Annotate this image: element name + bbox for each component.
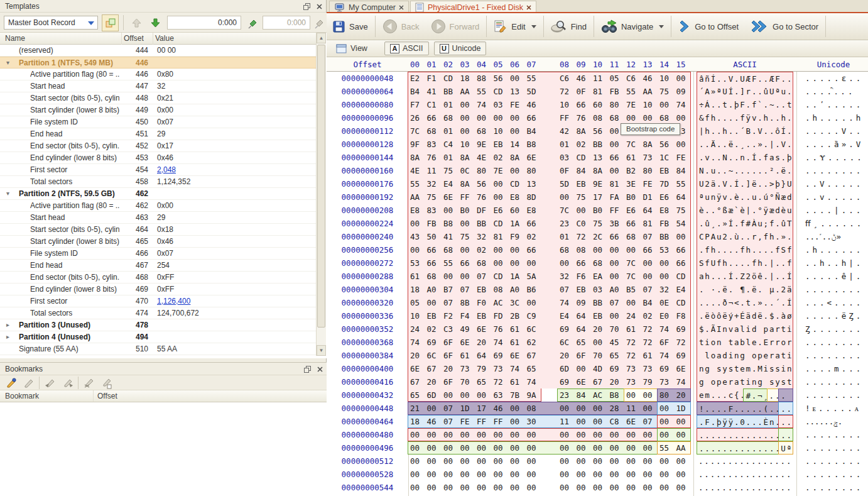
hex-byte[interactable]: 23 [560,219,575,228]
close-panel-icon[interactable] [315,365,324,373]
hex-byte[interactable]: 00 [643,456,658,466]
hex-byte[interactable]: 55 [659,443,675,453]
template-row[interactable]: End sector (bits 0-5), cylin...4680xFF [0,272,316,284]
hex-byte[interactable]: 5D [560,179,575,189]
hex-byte[interactable]: C9 [527,311,542,321]
hex-byte[interactable]: 74 [676,377,692,387]
hex-byte[interactable]: 00 [643,113,658,123]
hex-byte[interactable]: 68 [659,113,675,123]
hex-byte[interactable]: 1A [510,219,525,228]
close-panel-icon[interactable] [315,2,323,11]
hex-byte[interactable]: 00 [510,470,525,479]
template-row[interactable]: Start sector (bits 0-5), cylin...4640x18 [0,224,316,236]
hex-byte[interactable]: 4E [477,153,492,162]
template-row[interactable]: ▸Partition 4 (Unused)494 [0,331,316,343]
hex-byte[interactable]: 65 [527,364,542,373]
hex-byte[interactable]: 1D [676,404,692,413]
template-row[interactable]: ▾Partition 2 (NTFS, 59.5 GB)462 [0,188,316,200]
hex-byte[interactable]: 18 [410,285,425,294]
hex-byte[interactable]: 80 [643,166,658,175]
hex-ascii[interactable]: em...c{. [697,389,746,402]
hex-ascii[interactable]: SfUfh....fh.|..f [697,256,793,270]
template-row[interactable]: Start head44732 [0,80,316,92]
hex-byte[interactable]: 20 [443,364,458,373]
hex-ascii[interactable]: âñÍ..V.UÆF..ÆF.. [697,72,793,85]
hex-byte[interactable]: E8 [510,192,525,202]
hex-byte[interactable]: 0C [460,166,475,175]
hex-byte[interactable]: 75 [676,206,692,215]
template-row[interactable]: Start cylinder (lower 8 bits)4650x46 [0,236,316,248]
hex-byte[interactable]: 66 [427,245,442,255]
hex-unicode[interactable]: .....ê|. [805,272,863,281]
hex-ascii[interactable]: .ëòôëý+Éädë.$.àø [697,309,793,322]
hex-byte[interactable]: 00 [610,311,625,321]
hex-byte[interactable]: 00 [494,443,509,453]
hex-byte[interactable]: 00 [494,456,509,466]
hex-byte[interactable]: 75 [427,192,442,202]
hex-byte[interactable]: 00 [593,430,608,439]
hex-byte[interactable]: 10 [560,100,575,109]
template-offset-input-secondary[interactable] [263,16,310,30]
hex-byte[interactable]: 00 [626,113,641,123]
hex-byte[interactable]: 00 [443,430,458,439]
previous-bookmark-icon[interactable] [44,377,57,389]
hex-byte[interactable]: F0 [477,298,492,307]
hex-byte[interactable]: 73 [643,364,658,373]
hex-ascii[interactable]: ..Ä..ë.¸..».|.V. [697,138,793,151]
hex-byte[interactable]: CD [510,179,525,189]
hex-byte[interactable]: 00 [427,443,442,453]
hex-byte[interactable]: 73 [659,377,675,387]
hex-unicode[interactable]: .h.....h [805,113,863,123]
hex-byte[interactable]: 66 [460,258,475,268]
template-row[interactable]: ▸Partition 3 (Unused)478 [0,319,316,331]
hex-ascii[interactable]: |h..h..´B.V..ôÍ. [697,124,793,138]
hex-byte[interactable]: E0 [659,311,675,321]
hex-ascii[interactable]: ....ð¬<.t.»..´.Í [697,296,793,309]
hex-byte[interactable]: 17 [593,192,608,202]
hex-byte[interactable]: 00 [560,470,575,479]
hex-byte[interactable]: 14 [510,140,525,149]
hex-byte[interactable]: 67 [593,377,608,387]
hex-byte[interactable]: 70 [610,324,625,334]
hex-byte[interactable]: 00 [610,470,625,479]
hex-byte[interactable]: EB [659,166,675,175]
hex-byte[interactable]: C1 [427,100,442,109]
hex-byte[interactable]: 76 [494,324,509,334]
hex-byte[interactable]: 53 [410,258,425,268]
hex-byte[interactable]: 00 [626,430,641,439]
template-options-button[interactable] [102,14,119,31]
hex-byte[interactable]: CD [494,219,509,228]
hex-ascii[interactable]: ................ [697,481,793,494]
hex-byte[interactable]: CD [577,153,592,162]
hex-byte[interactable]: 60 [593,100,608,109]
hex-byte[interactable]: 64 [477,351,492,360]
hex-byte[interactable]: 72 [643,338,658,347]
hex-byte[interactable]: 00 [477,483,492,492]
hex-unicode[interactable]: ........ [805,338,863,347]
hex-byte[interactable]: 00 [443,470,458,479]
hex-byte[interactable]: 3E [626,179,641,189]
hex-byte[interactable]: 08 [577,245,592,255]
hex-byte[interactable]: 00 [443,483,458,492]
hex-byte[interactable]: 6D [427,390,442,400]
hex-byte[interactable]: E4 [443,179,458,189]
hex-byte[interactable]: 00 [577,443,592,453]
hex-byte[interactable]: 8A [510,153,525,162]
hex-byte[interactable]: 00 [510,166,525,175]
hex-byte[interactable]: 81 [593,87,608,96]
hex-byte[interactable]: 00 [577,483,592,492]
hex-byte[interactable]: 68 [443,113,458,123]
hex-byte[interactable]: 00 [560,404,575,413]
hex-ascii[interactable]: #.¬¸ [743,389,769,402]
hex-byte[interactable]: 00 [643,404,658,413]
hex-byte[interactable]: 66 [610,153,625,162]
hex-ascii[interactable]: loading operati [697,349,793,362]
hex-byte[interactable]: 32 [560,272,575,281]
hex-byte[interactable]: 00 [527,258,542,268]
hex-byte[interactable]: 07 [643,285,658,294]
hex-byte[interactable]: E8 [410,206,425,215]
hex-byte[interactable]: EB [577,179,592,189]
hex-byte[interactable]: 66 [527,245,542,255]
hex-byte[interactable]: C6 [560,74,575,83]
hex-byte[interactable]: 73 [626,377,641,387]
